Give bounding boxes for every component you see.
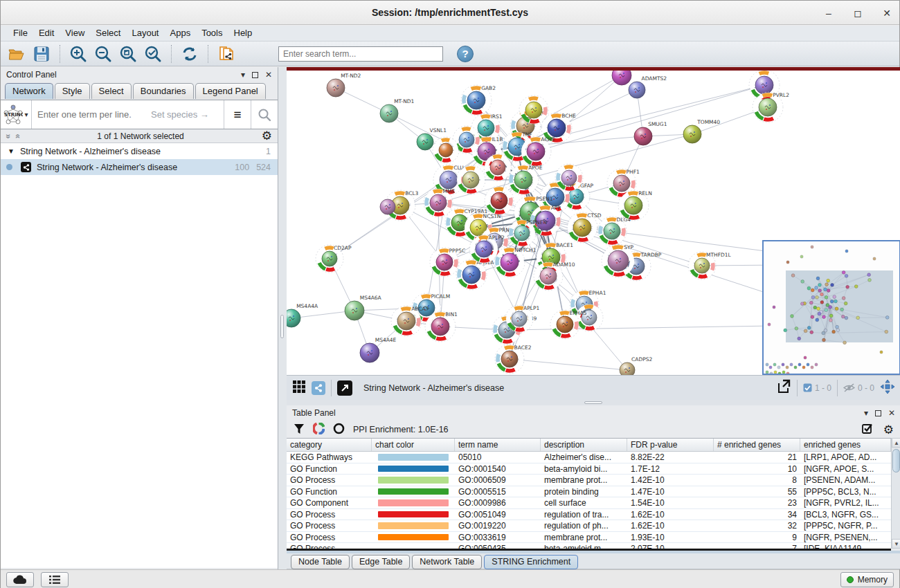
- table-row[interactable]: GO Process GO:0050435 beta-amyloid m... …: [287, 543, 891, 549]
- export-view-button[interactable]: [776, 379, 791, 396]
- column-header-2[interactable]: term name: [455, 439, 541, 451]
- graph-node[interactable]: GAB2: [461, 85, 496, 116]
- tab-string-enrichment[interactable]: STRING Enrichment: [484, 555, 578, 569]
- tab-network-table[interactable]: Network Table: [412, 555, 482, 569]
- column-header-1[interactable]: chart color: [372, 439, 455, 451]
- table-row[interactable]: KEGG Pathways 05010 Alzheimer's dise... …: [287, 452, 891, 463]
- network-collection-row[interactable]: ▼ String Network - Alzheimer's disease 1: [1, 143, 278, 159]
- panel-menu-icon[interactable]: ▾: [864, 408, 868, 418]
- network-list-gear-icon[interactable]: ⚙: [262, 130, 272, 142]
- task-history-button[interactable]: [41, 572, 69, 587]
- zoom-in-button[interactable]: [68, 44, 89, 64]
- graph-node[interactable]: [380, 199, 395, 214]
- help-button[interactable]: ?: [457, 46, 474, 62]
- graph-node[interactable]: MT-ND1: [380, 98, 415, 122]
- menu-select[interactable]: Select: [90, 26, 126, 40]
- string-database-selector[interactable]: STRING ▾: [1, 100, 31, 129]
- set-species-hint[interactable]: Set species →: [151, 109, 209, 120]
- panel-float-icon[interactable]: [252, 72, 258, 78]
- minimize-button[interactable]: –: [823, 8, 834, 19]
- table-row[interactable]: GO Process GO:0006509 membrane prot... 1…: [287, 475, 891, 486]
- network-from-file-button[interactable]: [216, 44, 237, 64]
- graph-node[interactable]: PVRL2: [753, 92, 789, 122]
- network-canvas[interactable]: MT-ND2MT-ND1VSNL1GAB2ADAMTS2PVRL2SMUG1TO…: [287, 67, 900, 375]
- table-row[interactable]: GO Function GO:0001540 beta-amyloid bi..…: [287, 463, 891, 475]
- string-term-input[interactable]: [37, 109, 141, 120]
- graph-node[interactable]: CADPS2: [620, 356, 652, 375]
- tab-style[interactable]: Style: [55, 83, 90, 99]
- graph-node[interactable]: ADAMTS2: [629, 75, 667, 98]
- panel-close-icon[interactable]: ✕: [888, 408, 895, 418]
- maximize-button[interactable]: ◻: [852, 8, 863, 19]
- grid-mode-button[interactable]: [292, 380, 306, 396]
- filter-button[interactable]: [294, 423, 305, 437]
- graph-node[interactable]: [433, 137, 459, 163]
- tab-select[interactable]: Select: [91, 83, 132, 99]
- open-session-button[interactable]: [6, 44, 27, 64]
- panel-float-icon[interactable]: [875, 410, 881, 416]
- zoom-out-button[interactable]: [93, 44, 114, 64]
- save-session-button[interactable]: [31, 44, 52, 64]
- graph-node[interactable]: TNF: [502, 131, 532, 162]
- string-search-button[interactable]: [251, 100, 278, 129]
- string-view-button[interactable]: [312, 381, 325, 395]
- panel-close-icon[interactable]: ✕: [265, 70, 272, 80]
- scroll-up-icon[interactable]: ▲: [892, 438, 900, 448]
- graph-node[interactable]: [485, 186, 514, 215]
- navigate-button[interactable]: [880, 379, 895, 396]
- column-header-4[interactable]: FDR p-value: [627, 439, 714, 451]
- graph-node[interactable]: CD2AP: [316, 245, 352, 273]
- column-header-3[interactable]: description: [541, 439, 627, 451]
- menu-file[interactable]: File: [8, 26, 33, 40]
- refresh-button[interactable]: [179, 44, 200, 64]
- scroll-down-icon[interactable]: ▼: [892, 539, 900, 549]
- graph-node[interactable]: SMUG1: [634, 121, 667, 145]
- table-row[interactable]: GO Process GO:0051049 regulation of tra.…: [287, 509, 891, 521]
- string-options-button[interactable]: ≡: [224, 100, 251, 129]
- table-row[interactable]: GO Process GO:0033619 membrane prot... 1…: [287, 532, 891, 544]
- close-button[interactable]: ✕: [881, 8, 892, 19]
- graph-node[interactable]: BACE2: [495, 344, 532, 374]
- table-settings-gear-icon[interactable]: ⚙: [883, 424, 894, 436]
- graph-node[interactable]: MS4A6A: [345, 295, 382, 320]
- graph-node[interactable]: ADAM10: [534, 261, 575, 291]
- table-row[interactable]: GO Process GO:0019220 regulation of ph..…: [287, 520, 891, 532]
- panel-menu-icon[interactable]: ▾: [241, 70, 245, 80]
- ring-button[interactable]: [333, 423, 345, 437]
- column-header-5[interactable]: # enriched genes: [714, 439, 800, 451]
- menu-view[interactable]: View: [60, 26, 90, 40]
- search-input[interactable]: [278, 46, 443, 62]
- column-header-6[interactable]: enriched genes: [800, 439, 891, 451]
- tab-legend-panel[interactable]: Legend Panel: [195, 83, 266, 99]
- menu-apps[interactable]: Apps: [165, 26, 197, 40]
- table-vertical-scrollbar[interactable]: ▲ ▼: [891, 438, 900, 549]
- vertical-splitter[interactable]: [278, 67, 287, 569]
- tab-network[interactable]: Network: [5, 83, 53, 99]
- collection-expand-icon[interactable]: ▼: [8, 147, 15, 155]
- expand-all-icon[interactable]: »: [12, 134, 22, 138]
- menu-tools[interactable]: Tools: [196, 26, 228, 40]
- graph-node[interactable]: APH1A: [456, 259, 494, 290]
- network-row[interactable]: String Network - Alzheimer's disease 100…: [1, 159, 278, 175]
- table-row[interactable]: GO Function GO:0005515 protein binding 1…: [287, 486, 891, 498]
- tab-node-table[interactable]: Node Table: [291, 555, 350, 569]
- cloud-tasks-button[interactable]: [6, 572, 34, 587]
- detach-view-button[interactable]: [337, 380, 352, 396]
- menu-help[interactable]: Help: [228, 26, 258, 40]
- graph-node[interactable]: MS4A4A: [287, 303, 318, 327]
- collapse-all-icon[interactable]: »: [3, 134, 13, 138]
- table-row[interactable]: GO Component GO:0009986 cell surface 1.5…: [287, 497, 891, 509]
- zoom-fit-button[interactable]: [118, 44, 138, 64]
- graph-node[interactable]: CTSD: [567, 212, 602, 243]
- graph-node[interactable]: BIN1: [425, 311, 458, 342]
- graph-node[interactable]: NOTCH1: [494, 247, 537, 277]
- menu-edit[interactable]: Edit: [33, 26, 60, 40]
- graph-node[interactable]: MT-ND2: [327, 73, 361, 97]
- birdseye-minimap[interactable]: [762, 240, 900, 375]
- scrollbar-thumb[interactable]: [892, 449, 900, 472]
- tab-boundaries[interactable]: Boundaries: [133, 83, 194, 99]
- horizontal-splitter[interactable]: [287, 400, 900, 405]
- column-header-0[interactable]: category: [287, 439, 372, 451]
- select-rows-button[interactable]: [862, 423, 874, 437]
- tab-edge-table[interactable]: Edge Table: [352, 555, 410, 569]
